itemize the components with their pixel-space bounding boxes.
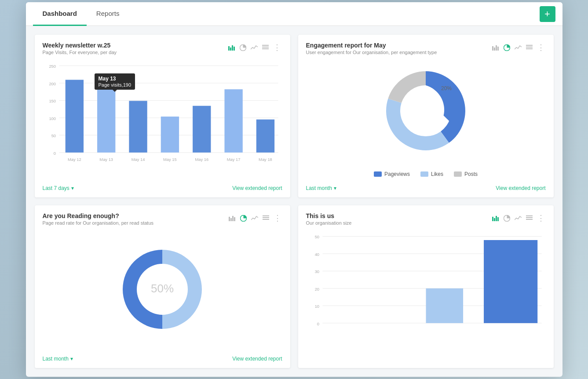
legend-color-pageviews	[374, 171, 382, 177]
card-icons-reading: ⋮	[228, 212, 282, 224]
table-icon[interactable]	[261, 44, 270, 51]
line-chart-icon-this-is-us[interactable]	[514, 215, 522, 222]
svg-text:May 15: May 15	[163, 157, 177, 162]
bar-chart-icon-this-is-us[interactable]	[491, 214, 500, 222]
bar-chart-icon-engagement[interactable]	[491, 44, 500, 51]
svg-rect-48	[492, 217, 493, 221]
app-window: Dashboard Reports + Weekly newsletter w.…	[26, 2, 562, 377]
donut-svg-reading: 50%	[114, 241, 211, 338]
svg-text:40%: 40%	[411, 119, 423, 125]
svg-text:250: 250	[49, 64, 56, 69]
legend-pageviews: Pageviews	[374, 171, 410, 177]
legend-color-posts	[454, 171, 462, 177]
svg-text:May 12: May 12	[67, 157, 81, 162]
view-report-weekly[interactable]: View extended report	[232, 185, 282, 191]
svg-text:May 13: May 13	[99, 157, 113, 162]
chevron-down-icon-reading: ▾	[70, 356, 73, 362]
dashboard-content: Weekly newsletter w.25 Page Visits, For …	[26, 26, 562, 377]
add-button[interactable]: +	[540, 6, 555, 22]
bar-may12[interactable]	[65, 80, 83, 152]
bar-may15[interactable]	[161, 117, 179, 153]
table-icon-this-is-us[interactable]	[525, 215, 533, 222]
line-chart-icon-reading[interactable]	[250, 215, 259, 222]
view-report-reading[interactable]: View extended report	[232, 356, 282, 362]
more-icon-this-is-us[interactable]: ⋮	[536, 212, 546, 224]
svg-rect-3	[234, 47, 235, 51]
svg-rect-6	[262, 47, 269, 47]
filter-btn-reading[interactable]: Last month ▾	[43, 356, 73, 362]
svg-text:200: 200	[49, 81, 56, 86]
tab-dashboard[interactable]: Dashboard	[33, 2, 87, 26]
card-title-reading: Are you Reading enough?	[43, 212, 154, 219]
card-reading: Are you Reading enough? Page read rate f…	[35, 205, 290, 368]
filter-btn-engagement[interactable]: Last month ▾	[306, 185, 336, 191]
bar-may13[interactable]	[97, 86, 115, 153]
donut-area-reading: 50%	[43, 227, 282, 351]
svg-rect-46	[263, 219, 269, 220]
more-icon-weekly[interactable]: ⋮	[272, 42, 282, 53]
legend-likes: Likes	[420, 171, 443, 177]
svg-rect-53	[526, 215, 533, 216]
svg-text:May 17: May 17	[226, 157, 240, 162]
card-footer-weekly: Last 7 days ▾ View extended report	[43, 185, 282, 191]
svg-text:50: 50	[314, 234, 319, 239]
svg-text:100: 100	[49, 116, 56, 121]
bar-may14[interactable]	[129, 101, 147, 152]
bar-chart-area-weekly: May 13 Page visits,190 0 50 100 150	[43, 60, 282, 181]
svg-rect-7	[262, 48, 269, 49]
pie-chart-icon-reading[interactable]	[239, 214, 248, 222]
more-icon-engagement[interactable]: ⋮	[536, 42, 546, 53]
legend-posts: Posts	[454, 171, 478, 177]
more-icon-reading[interactable]: ⋮	[273, 212, 282, 224]
table-icon-reading[interactable]	[262, 215, 270, 222]
bar-chart-icon-reading[interactable]	[228, 214, 237, 222]
bar-this-is-us-2[interactable]	[484, 240, 537, 323]
svg-rect-0	[228, 46, 230, 51]
svg-rect-42	[234, 217, 235, 221]
svg-rect-28	[494, 47, 495, 51]
card-subtitle-reading: Page read rate for Our organisation, per…	[43, 220, 154, 226]
bar-may16[interactable]	[193, 106, 211, 153]
pie-chart-icon-engagement[interactable]	[503, 44, 511, 52]
pie-chart-icon-this-is-us[interactable]	[503, 214, 511, 222]
svg-rect-49	[494, 218, 495, 221]
svg-text:40: 40	[314, 252, 319, 257]
svg-rect-33	[526, 47, 533, 47]
card-icons-engagement: ⋮	[491, 42, 546, 53]
card-title-engagement: Engagement report for May	[306, 42, 437, 49]
svg-text:20: 20	[314, 287, 319, 292]
svg-rect-27	[492, 46, 493, 51]
svg-rect-44	[263, 215, 269, 216]
svg-rect-5	[262, 45, 269, 46]
tab-reports[interactable]: Reports	[87, 2, 129, 26]
svg-text:0: 0	[317, 321, 319, 326]
svg-text:20%: 20%	[441, 85, 452, 91]
filter-label-engagement: Last month	[306, 185, 332, 191]
bar-may17[interactable]	[224, 89, 242, 153]
filter-btn-weekly[interactable]: Last 7 days ▾	[43, 185, 74, 191]
svg-text:May 16: May 16	[195, 157, 208, 162]
bar-may18[interactable]	[256, 120, 274, 153]
bar-chart-area-this-is-us: 0 10 20 30 40 50	[306, 231, 546, 362]
bar-chart-icon[interactable]	[227, 44, 236, 51]
bar-this-is-us-1[interactable]	[426, 288, 463, 323]
svg-rect-34	[526, 48, 533, 49]
svg-rect-29	[496, 45, 497, 51]
card-icons-weekly: ⋮	[227, 42, 282, 53]
card-weekly-newsletter: Weekly newsletter w.25 Page Visits, For …	[35, 35, 290, 197]
svg-text:50%: 50%	[151, 282, 174, 295]
line-chart-icon-engagement[interactable]	[514, 44, 522, 51]
pie-chart-icon[interactable]	[239, 44, 247, 52]
table-icon-engagement[interactable]	[525, 44, 533, 51]
svg-text:50: 50	[51, 133, 55, 138]
svg-rect-39	[229, 217, 230, 221]
legend-label-posts: Posts	[464, 171, 478, 177]
svg-rect-32	[526, 45, 533, 46]
view-report-engagement[interactable]: View extended report	[496, 185, 545, 191]
svg-text:May 18: May 18	[259, 157, 272, 162]
svg-rect-1	[230, 47, 231, 51]
line-chart-icon[interactable]	[250, 44, 259, 51]
svg-rect-54	[526, 217, 533, 218]
card-this-is-us: This is us Our organisation size	[298, 205, 554, 368]
svg-rect-40	[230, 218, 232, 221]
